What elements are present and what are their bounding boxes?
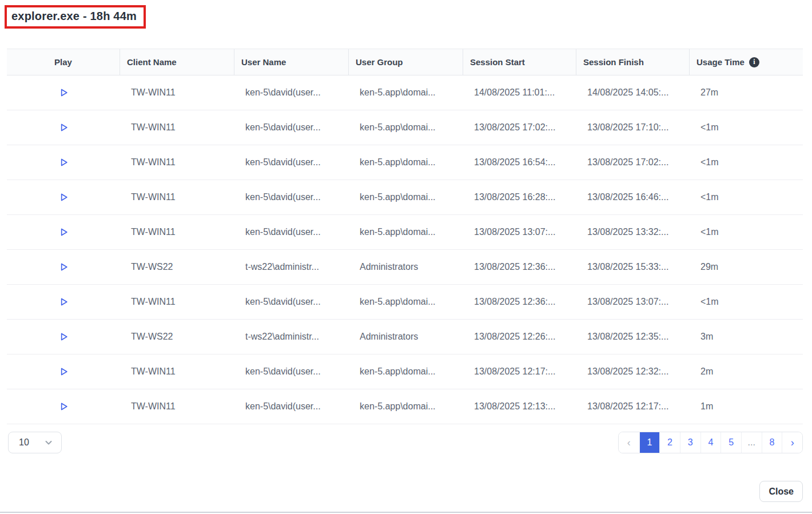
column-header-client-name: Client Name: [120, 49, 234, 75]
play-cell: [7, 354, 120, 389]
usage-time-cell: 1m: [689, 389, 803, 424]
table-body: TW-WIN11 ken-5\david(user... ken-5.app\d…: [7, 75, 803, 424]
close-button[interactable]: Close: [759, 481, 803, 502]
client-name-cell: TW-WS22: [120, 320, 234, 354]
user-group-cell: Administrators: [348, 250, 463, 284]
play-button[interactable]: [55, 294, 71, 310]
play-button[interactable]: [55, 119, 71, 136]
session-start-cell: 13/08/2025 12:13:...: [463, 389, 576, 424]
user-group-cell: ken-5.app\domai...: [348, 75, 463, 110]
session-finish-cell: 13/08/2025 12:35:...: [576, 320, 689, 354]
pagination-page-8[interactable]: 8: [762, 432, 782, 453]
user-name-cell: ken-5\david(user...: [234, 285, 348, 319]
column-header-user-group: User Group: [348, 49, 463, 75]
table-row: TW-WIN11 ken-5\david(user... ken-5.app\d…: [7, 215, 803, 250]
play-button[interactable]: [55, 189, 71, 205]
usage-time-cell: 29m: [689, 250, 803, 284]
table-row: TW-WS22 t-ws22\administr... Administrato…: [7, 320, 803, 354]
title-annotation-box: explorer.exe - 18h 44m: [5, 5, 146, 29]
client-name-cell: TW-WS22: [120, 250, 234, 284]
client-name-cell: TW-WIN11: [120, 389, 234, 424]
user-group-cell: ken-5.app\domai...: [348, 180, 463, 214]
pagination-ellipsis[interactable]: ...: [741, 432, 762, 453]
play-button[interactable]: [55, 224, 71, 240]
table-row: TW-WIN11 ken-5\david(user... ken-5.app\d…: [7, 285, 803, 320]
user-name-cell: ken-5\david(user...: [234, 180, 348, 214]
pagination-next-button[interactable]: ›: [782, 432, 802, 453]
play-cell: [7, 250, 120, 284]
play-button[interactable]: [55, 329, 71, 345]
column-header-usage-time: Usage Timei: [689, 49, 803, 75]
column-header-label: Client Name: [127, 57, 177, 67]
user-name-cell: ken-5\david(user...: [234, 354, 348, 389]
play-cell: [7, 285, 120, 319]
session-start-cell: 13/08/2025 12:36:...: [463, 285, 576, 319]
pagination-page-3[interactable]: 3: [680, 432, 700, 453]
user-name-cell: ken-5\david(user...: [234, 145, 348, 180]
play-icon: [58, 192, 69, 203]
session-start-cell: 13/08/2025 12:26:...: [463, 320, 576, 354]
play-cell: [7, 389, 120, 424]
session-details-dialog: explorer.exe - 18h 44m PlayClient NameUs…: [0, 0, 812, 513]
session-finish-cell: 13/08/2025 12:17:...: [576, 389, 689, 424]
session-start-cell: 13/08/2025 12:17:...: [463, 354, 576, 389]
usage-time-cell: 27m: [689, 75, 803, 110]
user-group-cell: ken-5.app\domai...: [348, 354, 463, 389]
user-name-cell: t-ws22\administr...: [234, 320, 348, 354]
column-header-play: Play: [7, 49, 120, 75]
client-name-cell: TW-WIN11: [120, 145, 234, 180]
session-finish-cell: 13/08/2025 17:02:...: [576, 145, 689, 180]
usage-time-cell: <1m: [689, 110, 803, 145]
chevron-down-icon: [44, 438, 53, 447]
sessions-table: PlayClient NameUser NameUser GroupSessio…: [7, 49, 803, 424]
play-button[interactable]: [55, 399, 71, 415]
column-header-session-start: Session Start: [463, 49, 576, 75]
pagination-page-1[interactable]: 1: [639, 432, 660, 453]
session-start-cell: 14/08/2025 11:01:...: [463, 75, 576, 110]
client-name-cell: TW-WIN11: [120, 75, 234, 110]
user-name-cell: ken-5\david(user...: [234, 215, 348, 249]
info-icon[interactable]: i: [749, 57, 759, 67]
pagination-page-5[interactable]: 5: [721, 432, 741, 453]
pagination-page-4[interactable]: 4: [700, 432, 721, 453]
user-name-cell: t-ws22\administr...: [234, 250, 348, 284]
pagination: ‹12345...8›: [618, 432, 803, 453]
table-row: TW-WIN11 ken-5\david(user... ken-5.app\d…: [7, 145, 803, 180]
play-button[interactable]: [55, 259, 71, 275]
column-header-label: Session Finish: [583, 57, 644, 67]
session-start-cell: 13/08/2025 16:28:...: [463, 180, 576, 214]
client-name-cell: TW-WIN11: [120, 215, 234, 249]
column-header-session-finish: Session Finish: [576, 49, 689, 75]
column-header-label: User Name: [241, 57, 286, 67]
play-icon: [58, 122, 69, 133]
play-button[interactable]: [55, 85, 71, 101]
play-button[interactable]: [55, 364, 71, 380]
play-cell: [7, 110, 120, 145]
play-icon: [58, 261, 69, 273]
play-icon: [58, 157, 69, 168]
session-finish-cell: 13/08/2025 15:33:...: [576, 250, 689, 284]
play-cell: [7, 180, 120, 214]
column-header-label: Play: [54, 57, 72, 67]
page-size-value: 10: [19, 437, 29, 448]
session-finish-cell: 13/08/2025 17:10:...: [576, 110, 689, 145]
user-name-cell: ken-5\david(user...: [234, 389, 348, 424]
play-button[interactable]: [55, 154, 71, 170]
play-cell: [7, 145, 120, 180]
play-icon: [58, 401, 69, 412]
user-group-cell: Administrators: [348, 320, 463, 354]
client-name-cell: TW-WIN11: [120, 285, 234, 319]
session-start-cell: 13/08/2025 13:07:...: [463, 215, 576, 249]
page-size-select[interactable]: 10: [8, 432, 62, 453]
usage-time-cell: <1m: [689, 285, 803, 319]
user-group-cell: ken-5.app\domai...: [348, 110, 463, 145]
column-header-label: Session Start: [470, 57, 525, 67]
column-header-label: Usage Time: [696, 57, 745, 67]
user-name-cell: ken-5\david(user...: [234, 75, 348, 110]
usage-time-cell: 3m: [689, 320, 803, 354]
session-start-cell: 13/08/2025 17:02:...: [463, 110, 576, 145]
session-finish-cell: 13/08/2025 13:32:...: [576, 215, 689, 249]
pagination-prev-button[interactable]: ‹: [619, 432, 639, 453]
table-row: TW-WIN11 ken-5\david(user... ken-5.app\d…: [7, 180, 803, 215]
pagination-page-2[interactable]: 2: [659, 432, 680, 453]
